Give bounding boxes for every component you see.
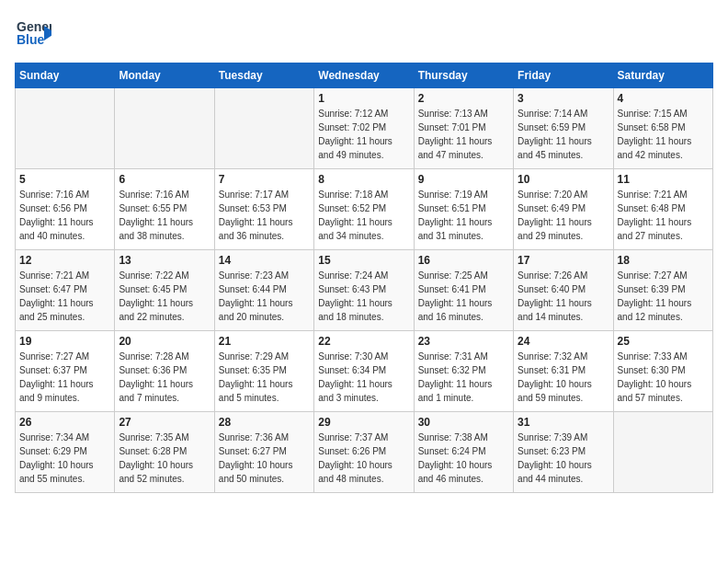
page-header: General Blue bbox=[15, 15, 713, 55]
day-number: 16 bbox=[418, 254, 509, 267]
day-info: Sunrise: 7:24 AM Sunset: 6:43 PM Dayligh… bbox=[318, 269, 409, 324]
day-info: Sunrise: 7:23 AM Sunset: 6:44 PM Dayligh… bbox=[219, 269, 310, 324]
day-number: 22 bbox=[318, 335, 409, 348]
day-info: Sunrise: 7:22 AM Sunset: 6:45 PM Dayligh… bbox=[119, 269, 210, 324]
calendar-cell bbox=[115, 88, 214, 169]
calendar-cell: 30Sunrise: 7:38 AM Sunset: 6:24 PM Dayli… bbox=[414, 412, 513, 493]
calendar-cell: 16Sunrise: 7:25 AM Sunset: 6:41 PM Dayli… bbox=[414, 250, 513, 331]
day-info: Sunrise: 7:38 AM Sunset: 6:24 PM Dayligh… bbox=[418, 431, 509, 486]
day-number: 30 bbox=[418, 416, 509, 429]
day-number: 18 bbox=[618, 254, 709, 267]
calendar-cell bbox=[613, 412, 712, 493]
calendar-week-row: 5Sunrise: 7:16 AM Sunset: 6:56 PM Daylig… bbox=[16, 169, 713, 250]
calendar-cell: 2Sunrise: 7:13 AM Sunset: 7:01 PM Daylig… bbox=[414, 88, 513, 169]
logo-icon: General Blue bbox=[15, 15, 51, 55]
svg-text:Blue: Blue bbox=[17, 32, 45, 47]
calendar-cell: 24Sunrise: 7:32 AM Sunset: 6:31 PM Dayli… bbox=[514, 331, 613, 412]
calendar-cell: 3Sunrise: 7:14 AM Sunset: 6:59 PM Daylig… bbox=[514, 88, 613, 169]
day-info: Sunrise: 7:27 AM Sunset: 6:39 PM Dayligh… bbox=[618, 269, 709, 324]
day-number: 20 bbox=[119, 335, 210, 348]
calendar-cell: 10Sunrise: 7:20 AM Sunset: 6:49 PM Dayli… bbox=[514, 169, 613, 250]
day-info: Sunrise: 7:33 AM Sunset: 6:30 PM Dayligh… bbox=[618, 350, 709, 405]
day-number: 14 bbox=[219, 254, 310, 267]
day-header-monday: Monday bbox=[115, 63, 214, 88]
day-info: Sunrise: 7:39 AM Sunset: 6:23 PM Dayligh… bbox=[518, 431, 609, 486]
day-number: 9 bbox=[418, 173, 509, 186]
calendar-cell: 31Sunrise: 7:39 AM Sunset: 6:23 PM Dayli… bbox=[514, 412, 613, 493]
calendar-cell: 19Sunrise: 7:27 AM Sunset: 6:37 PM Dayli… bbox=[16, 331, 115, 412]
day-number: 21 bbox=[219, 335, 310, 348]
day-info: Sunrise: 7:15 AM Sunset: 6:58 PM Dayligh… bbox=[618, 107, 709, 162]
day-number: 4 bbox=[618, 92, 709, 105]
calendar-week-row: 12Sunrise: 7:21 AM Sunset: 6:47 PM Dayli… bbox=[16, 250, 713, 331]
calendar-cell: 23Sunrise: 7:31 AM Sunset: 6:32 PM Dayli… bbox=[414, 331, 513, 412]
day-info: Sunrise: 7:16 AM Sunset: 6:56 PM Dayligh… bbox=[19, 188, 110, 243]
day-header-thursday: Thursday bbox=[414, 63, 513, 88]
day-number: 13 bbox=[119, 254, 210, 267]
day-number: 24 bbox=[518, 335, 609, 348]
calendar-cell: 27Sunrise: 7:35 AM Sunset: 6:28 PM Dayli… bbox=[115, 412, 214, 493]
day-number: 11 bbox=[618, 173, 709, 186]
day-info: Sunrise: 7:18 AM Sunset: 6:52 PM Dayligh… bbox=[318, 188, 409, 243]
calendar-cell: 20Sunrise: 7:28 AM Sunset: 6:36 PM Dayli… bbox=[115, 331, 214, 412]
calendar-cell: 8Sunrise: 7:18 AM Sunset: 6:52 PM Daylig… bbox=[314, 169, 414, 250]
day-number: 7 bbox=[219, 173, 310, 186]
day-number: 26 bbox=[19, 416, 110, 429]
day-number: 17 bbox=[518, 254, 609, 267]
day-number: 12 bbox=[19, 254, 110, 267]
day-info: Sunrise: 7:36 AM Sunset: 6:27 PM Dayligh… bbox=[219, 431, 310, 486]
logo: General Blue bbox=[15, 15, 57, 55]
calendar-cell: 25Sunrise: 7:33 AM Sunset: 6:30 PM Dayli… bbox=[613, 331, 712, 412]
day-info: Sunrise: 7:35 AM Sunset: 6:28 PM Dayligh… bbox=[119, 431, 210, 486]
calendar-table: SundayMondayTuesdayWednesdayThursdayFrid… bbox=[15, 63, 713, 493]
day-info: Sunrise: 7:17 AM Sunset: 6:53 PM Dayligh… bbox=[219, 188, 310, 243]
day-number: 1 bbox=[318, 92, 409, 105]
calendar-cell: 14Sunrise: 7:23 AM Sunset: 6:44 PM Dayli… bbox=[214, 250, 313, 331]
calendar-cell bbox=[16, 88, 115, 169]
calendar-cell: 11Sunrise: 7:21 AM Sunset: 6:48 PM Dayli… bbox=[613, 169, 712, 250]
day-info: Sunrise: 7:16 AM Sunset: 6:55 PM Dayligh… bbox=[119, 188, 210, 243]
day-info: Sunrise: 7:13 AM Sunset: 7:01 PM Dayligh… bbox=[418, 107, 509, 162]
day-header-wednesday: Wednesday bbox=[314, 63, 414, 88]
day-info: Sunrise: 7:27 AM Sunset: 6:37 PM Dayligh… bbox=[19, 350, 110, 405]
calendar-cell bbox=[214, 88, 313, 169]
calendar-cell: 9Sunrise: 7:19 AM Sunset: 6:51 PM Daylig… bbox=[414, 169, 513, 250]
calendar-cell: 21Sunrise: 7:29 AM Sunset: 6:35 PM Dayli… bbox=[214, 331, 313, 412]
day-number: 31 bbox=[518, 416, 609, 429]
day-info: Sunrise: 7:34 AM Sunset: 6:29 PM Dayligh… bbox=[19, 431, 110, 486]
day-info: Sunrise: 7:28 AM Sunset: 6:36 PM Dayligh… bbox=[119, 350, 210, 405]
calendar-cell: 17Sunrise: 7:26 AM Sunset: 6:40 PM Dayli… bbox=[514, 250, 613, 331]
day-number: 2 bbox=[418, 92, 509, 105]
day-number: 15 bbox=[318, 254, 409, 267]
day-number: 19 bbox=[19, 335, 110, 348]
calendar-cell: 7Sunrise: 7:17 AM Sunset: 6:53 PM Daylig… bbox=[214, 169, 313, 250]
day-info: Sunrise: 7:21 AM Sunset: 6:47 PM Dayligh… bbox=[19, 269, 110, 324]
day-info: Sunrise: 7:19 AM Sunset: 6:51 PM Dayligh… bbox=[418, 188, 509, 243]
calendar-week-row: 19Sunrise: 7:27 AM Sunset: 6:37 PM Dayli… bbox=[16, 331, 713, 412]
day-info: Sunrise: 7:25 AM Sunset: 6:41 PM Dayligh… bbox=[418, 269, 509, 324]
day-number: 8 bbox=[318, 173, 409, 186]
day-header-friday: Friday bbox=[514, 63, 613, 88]
day-number: 10 bbox=[518, 173, 609, 186]
calendar-cell: 6Sunrise: 7:16 AM Sunset: 6:55 PM Daylig… bbox=[115, 169, 214, 250]
day-number: 23 bbox=[418, 335, 509, 348]
day-info: Sunrise: 7:31 AM Sunset: 6:32 PM Dayligh… bbox=[418, 350, 509, 405]
day-info: Sunrise: 7:37 AM Sunset: 6:26 PM Dayligh… bbox=[318, 431, 409, 486]
day-info: Sunrise: 7:29 AM Sunset: 6:35 PM Dayligh… bbox=[219, 350, 310, 405]
day-info: Sunrise: 7:20 AM Sunset: 6:49 PM Dayligh… bbox=[518, 188, 609, 243]
calendar-cell: 18Sunrise: 7:27 AM Sunset: 6:39 PM Dayli… bbox=[613, 250, 712, 331]
calendar-week-row: 1Sunrise: 7:12 AM Sunset: 7:02 PM Daylig… bbox=[16, 88, 713, 169]
day-number: 25 bbox=[618, 335, 709, 348]
calendar-cell: 1Sunrise: 7:12 AM Sunset: 7:02 PM Daylig… bbox=[314, 88, 414, 169]
day-number: 28 bbox=[219, 416, 310, 429]
calendar-cell: 4Sunrise: 7:15 AM Sunset: 6:58 PM Daylig… bbox=[613, 88, 712, 169]
calendar-week-row: 26Sunrise: 7:34 AM Sunset: 6:29 PM Dayli… bbox=[16, 412, 713, 493]
calendar-cell: 15Sunrise: 7:24 AM Sunset: 6:43 PM Dayli… bbox=[314, 250, 414, 331]
day-header-sunday: Sunday bbox=[16, 63, 115, 88]
day-header-tuesday: Tuesday bbox=[214, 63, 313, 88]
calendar-header-row: SundayMondayTuesdayWednesdayThursdayFrid… bbox=[16, 63, 713, 88]
day-number: 5 bbox=[19, 173, 110, 186]
calendar-cell: 12Sunrise: 7:21 AM Sunset: 6:47 PM Dayli… bbox=[16, 250, 115, 331]
day-number: 3 bbox=[518, 92, 609, 105]
day-info: Sunrise: 7:32 AM Sunset: 6:31 PM Dayligh… bbox=[518, 350, 609, 405]
